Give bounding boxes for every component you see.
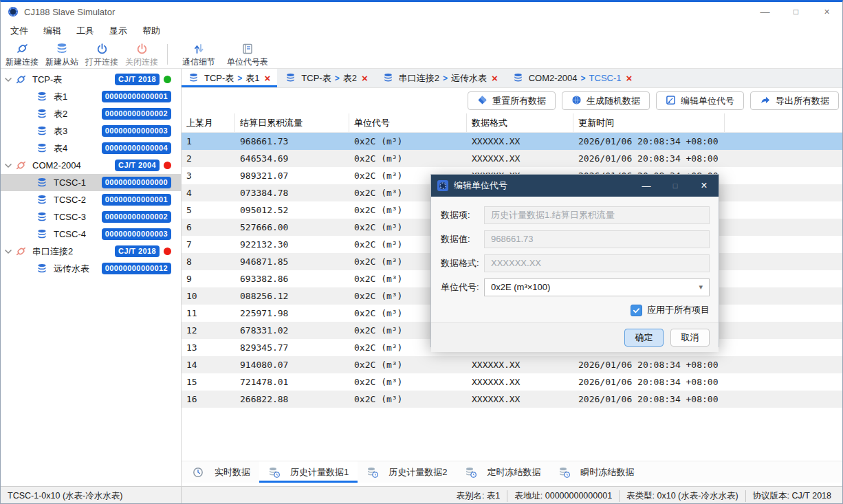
tree-item[interactable]: TCP-表 CJ/T 2018 bbox=[1, 71, 181, 88]
tree-item[interactable]: TCSC-2 00000000000001 bbox=[1, 191, 181, 208]
bottom-data-tab[interactable]: 瞬时冻结数据 bbox=[549, 461, 643, 483]
apply-all-checkbox[interactable] bbox=[631, 305, 642, 316]
document-tab[interactable]: 串口连接2 > 远传水表 × bbox=[376, 69, 505, 87]
menu-item[interactable]: 帮助 bbox=[135, 25, 168, 37]
tree-item[interactable]: TCSC-4 00000000000003 bbox=[1, 226, 181, 243]
cell-flow-value: 989321.07 bbox=[235, 171, 349, 181]
cell-month-index: 10 bbox=[182, 291, 235, 301]
cell-month-index: 7 bbox=[182, 239, 235, 250]
cell-flow-value: 678331.02 bbox=[235, 325, 349, 336]
status-segment: 表别名: 表1 bbox=[449, 490, 507, 502]
maximize-button[interactable]: □ bbox=[780, 2, 811, 21]
close-connection-button[interactable]: 关闭连接 bbox=[122, 43, 162, 66]
column-header[interactable]: 更新时间 bbox=[573, 113, 725, 132]
address-badge: CJ/T 2018 bbox=[115, 74, 160, 85]
cell-flow-value: 922132.30 bbox=[235, 239, 349, 250]
generate-random-data-button[interactable]: 生成随机数据 bbox=[562, 91, 650, 110]
column-header[interactable]: 单位代号 bbox=[349, 113, 467, 132]
menu-bar: 文件 编辑 工具 显示 帮助 bbox=[1, 21, 842, 40]
data-item-field: 历史计量数据1.结算日累积流量 bbox=[484, 206, 710, 224]
menu-item[interactable]: 文件 bbox=[3, 25, 36, 37]
bottom-data-tab[interactable]: 实时数据 bbox=[184, 461, 259, 483]
tree-item-label: TCSC-3 bbox=[54, 212, 86, 222]
minimize-button[interactable]: — bbox=[749, 2, 780, 21]
table-row[interactable]: 15 721478.01 0x2C (m³) XXXXXX.XX 2026/01… bbox=[182, 373, 842, 391]
chevron-down-icon[interactable] bbox=[5, 76, 15, 83]
meter-database-icon bbox=[383, 72, 395, 84]
address-badge: 00000000000003 bbox=[102, 125, 171, 137]
edit-unit-code-button[interactable]: 编辑单位代号 bbox=[656, 91, 744, 110]
open-connection-button[interactable]: 打开连接 bbox=[82, 43, 122, 66]
column-header[interactable]: 数据格式 bbox=[467, 113, 573, 132]
close-tab-icon[interactable]: × bbox=[492, 73, 498, 83]
unit-code-table-button[interactable]: 单位代号表 bbox=[221, 43, 274, 66]
document-tab[interactable]: COM2-2004 > TCSC-1 × bbox=[506, 69, 639, 87]
tree-item[interactable]: TCSC-1 00000000000000 bbox=[1, 174, 181, 191]
tree-item[interactable]: COM2-2004 CJ/T 2004 bbox=[1, 157, 181, 174]
chevron-down-icon[interactable] bbox=[5, 248, 15, 255]
tree-item[interactable]: 串口连接2 CJ/T 2018 bbox=[1, 243, 181, 260]
clock-icon bbox=[193, 466, 204, 478]
tree-item[interactable]: 表1 00000000000001 bbox=[1, 88, 181, 105]
cell-month-index: 9 bbox=[182, 274, 235, 284]
table-row[interactable]: 2 646534.69 0x2C (m³) XXXXXX.XX 2026/01/… bbox=[182, 150, 842, 167]
cell-flow-value: 914080.07 bbox=[235, 360, 349, 370]
bottom-data-tab[interactable]: 定时冻结数据 bbox=[456, 461, 549, 483]
plug-icon bbox=[15, 160, 27, 171]
toolbar: 新建连接 新建从站 打开连接 关闭连接 通信细节 单位代号表 bbox=[1, 40, 842, 69]
chevron-down-icon: ▾ bbox=[699, 283, 703, 292]
bottom-tab-bar: 实时数据 历史计量数据1 历史计量数据2 定时冻结数据 瞬时冻结数据 bbox=[182, 461, 842, 483]
chevron-down-icon[interactable] bbox=[5, 162, 15, 169]
document-tab[interactable]: TCP-表 > 表1 × bbox=[182, 69, 277, 87]
cell-month-index: 14 bbox=[182, 360, 235, 370]
unit-code-label: 单位代号: bbox=[441, 281, 484, 294]
dialog-close-button[interactable]: × bbox=[690, 175, 719, 197]
menu-item[interactable]: 工具 bbox=[69, 25, 102, 37]
database-clock-icon bbox=[558, 466, 570, 478]
ok-button[interactable]: 确定 bbox=[624, 329, 664, 347]
close-tab-icon[interactable]: × bbox=[362, 73, 368, 83]
database-clock-icon bbox=[366, 466, 378, 478]
address-badge: 00000000000001 bbox=[102, 91, 171, 102]
menu-item[interactable]: 显示 bbox=[102, 25, 135, 37]
cancel-button[interactable]: 取消 bbox=[670, 329, 710, 347]
column-header[interactable]: 上某月 bbox=[182, 113, 235, 132]
comm-details-button[interactable]: 通信细节 bbox=[176, 43, 221, 66]
tab-child-label: 远传水表 bbox=[451, 72, 487, 85]
data-format-field: XXXXXX.XX bbox=[484, 254, 710, 272]
document-tab[interactable]: TCP-表 > 表2 × bbox=[278, 69, 374, 87]
tree-item[interactable]: 表4 00000000000004 bbox=[1, 140, 181, 157]
new-connection-button[interactable]: 新建连接 bbox=[2, 42, 42, 66]
tree-item[interactable]: TCSC-3 00000000000002 bbox=[1, 208, 181, 226]
table-row[interactable]: 16 266822.88 0x2C (m³) XXXXXX.XX 2026/01… bbox=[182, 391, 842, 408]
bottom-data-tab[interactable]: 历史计量数据1 bbox=[259, 461, 358, 483]
database-clock-icon bbox=[465, 466, 477, 478]
column-header-empty bbox=[725, 113, 842, 132]
close-button[interactable]: × bbox=[811, 2, 842, 21]
export-all-data-button[interactable]: 导出所有数据 bbox=[750, 91, 839, 110]
cell-month-index: 13 bbox=[182, 342, 235, 353]
menu-item[interactable]: 编辑 bbox=[36, 25, 69, 37]
bottom-data-tab[interactable]: 历史计量数据2 bbox=[358, 461, 456, 483]
new-slave-button[interactable]: 新建从站 bbox=[42, 43, 82, 66]
tree-item-label: TCSC-1 bbox=[54, 177, 86, 188]
tree-item[interactable]: 表2 00000000000002 bbox=[1, 105, 181, 122]
cell-flow-value: 946871.85 bbox=[235, 256, 349, 267]
tree-item[interactable]: 表3 00000000000003 bbox=[1, 122, 181, 140]
status-dot bbox=[164, 76, 171, 83]
dialog-maximize-button[interactable]: □ bbox=[661, 175, 690, 197]
plug-icon bbox=[15, 245, 27, 257]
tab-parent-label: TCP-表 bbox=[301, 72, 331, 85]
tree-item-label: 表4 bbox=[54, 142, 67, 155]
table-row[interactable]: 14 914080.07 0x2C (m³) XXXXXX.XX 2026/01… bbox=[182, 356, 842, 373]
dialog-minimize-button[interactable]: — bbox=[632, 175, 661, 197]
close-tab-icon[interactable]: × bbox=[265, 73, 271, 83]
cell-month-index: 8 bbox=[182, 256, 235, 267]
unit-code-select[interactable]: 0x2E (m³×100) ▾ bbox=[484, 278, 710, 296]
reset-all-data-button[interactable]: 重置所有数据 bbox=[468, 91, 556, 110]
close-tab-icon[interactable]: × bbox=[626, 73, 633, 83]
cell-data-format: XXXXXX.XX bbox=[467, 360, 573, 370]
tree-item[interactable]: 远传水表 00000000000012 bbox=[1, 260, 181, 277]
table-row[interactable]: 1 968661.73 0x2C (m³) XXXXXX.XX 2026/01/… bbox=[182, 133, 842, 150]
column-header[interactable]: 结算日累积流量 bbox=[235, 113, 349, 132]
